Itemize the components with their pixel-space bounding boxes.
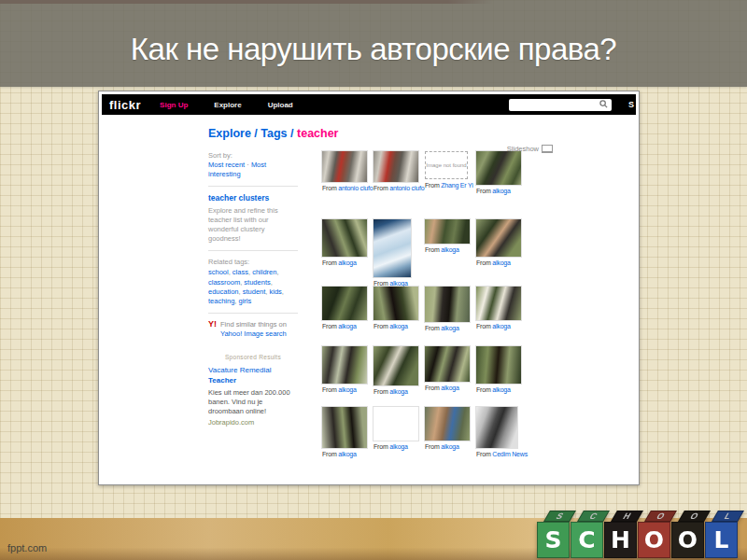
school-block: CC xyxy=(571,511,603,558)
breadcrumb-current-tag: teacher xyxy=(297,127,338,140)
photo-thumbnail[interactable] xyxy=(374,346,418,385)
photo-thumbnail-missing[interactable]: Image not found xyxy=(425,151,468,179)
photo-owner-link[interactable]: antonio ciufo xyxy=(389,185,424,191)
ad-url-link[interactable]: Jobrapido.com xyxy=(208,418,298,427)
photo-owner-link[interactable]: alkoga xyxy=(338,451,356,457)
photo-owner-link[interactable]: alkoga xyxy=(389,388,407,395)
breadcrumb-tags-link[interactable]: Tags xyxy=(261,127,287,140)
photo-grid-row: From alkogaFrom alkogaFrom alkogaFrom al… xyxy=(322,346,528,395)
photo-thumbnail[interactable] xyxy=(476,287,521,320)
photo-owner-link[interactable]: Zhang Er Yi xyxy=(441,182,472,189)
related-tag-link[interactable]: education xyxy=(208,287,239,296)
sponsored-results-box: Sponsored Results Vacature Remedial Teac… xyxy=(208,354,298,427)
school-block: SS xyxy=(537,511,570,558)
breadcrumb-separator: / xyxy=(254,127,257,140)
ad-title-link[interactable]: Vacature Remedial Teacher xyxy=(208,366,298,386)
photo-owner-link[interactable]: alkoga xyxy=(338,386,356,393)
photo-thumbnail[interactable] xyxy=(322,219,367,257)
related-tag-link[interactable]: class xyxy=(233,268,248,276)
caption-from-label: From xyxy=(476,386,492,393)
teacher-clusters-link[interactable]: teacher clusters xyxy=(208,193,298,203)
photo-thumbnail[interactable] xyxy=(322,151,367,182)
yahoo-icon: Y! xyxy=(208,320,217,329)
photo-cell: From antonio ciufo xyxy=(322,151,374,191)
photo-grid-row: From antonio ciufoFrom antonio ciufoImag… xyxy=(322,151,528,194)
photo-cell: From alkoga xyxy=(476,219,528,266)
nav-explore[interactable]: Explore xyxy=(214,101,241,109)
photo-thumbnail[interactable] xyxy=(374,151,418,182)
photo-thumbnail[interactable] xyxy=(425,407,470,441)
photo-thumbnail[interactable] xyxy=(476,346,521,384)
photo-caption: From alkoga xyxy=(476,323,528,329)
photo-thumbnail[interactable] xyxy=(374,287,418,320)
sidebar: Sort by: Most recent · Most interesting … xyxy=(208,151,298,457)
photo-cell: From alkoga xyxy=(425,407,476,450)
photo-thumbnail[interactable] xyxy=(425,287,470,322)
school-block: OO xyxy=(638,511,670,558)
caption-from-label: From xyxy=(322,386,338,393)
photo-thumbnail[interactable] xyxy=(476,151,521,185)
photo-owner-link[interactable]: alkoga xyxy=(441,246,458,253)
search-button-partial[interactable]: S xyxy=(628,100,634,109)
nav-upload[interactable]: Upload xyxy=(268,101,293,109)
ad-title-bold: Teacher xyxy=(208,376,236,385)
photo-owner-link[interactable]: alkoga xyxy=(441,443,458,450)
yahoo-image-search-link[interactable]: Yahoo! Image search xyxy=(220,329,287,338)
photo-thumbnail[interactable] xyxy=(425,219,470,244)
related-tag-link[interactable]: kids xyxy=(269,287,281,296)
related-tag-link[interactable]: student xyxy=(243,287,266,296)
photo-owner-link[interactable]: alkoga xyxy=(389,443,407,450)
photo-thumbnail[interactable] xyxy=(374,407,418,441)
related-tag-link[interactable]: teaching xyxy=(208,297,234,305)
photo-caption: From Cedim News xyxy=(476,451,528,457)
photo-owner-link[interactable]: Cedim News xyxy=(492,451,528,457)
photo-thumbnail[interactable] xyxy=(476,407,517,448)
sort-most-recent-link[interactable]: Most recent xyxy=(208,161,245,169)
photo-owner-link[interactable]: antonio ciufo xyxy=(338,185,373,191)
search-input[interactable] xyxy=(509,99,612,111)
school-block-letter: C xyxy=(571,522,603,558)
photo-owner-link[interactable]: alkoga xyxy=(441,385,458,391)
related-tag-link[interactable]: students xyxy=(244,278,270,287)
school-blocks-image: SSCCHHOOOOLL xyxy=(536,511,738,558)
photo-owner-link[interactable]: alkoga xyxy=(492,188,510,194)
school-block-letter: S xyxy=(537,522,570,558)
flickr-logo[interactable]: flickr xyxy=(109,98,141,112)
photo-thumbnail[interactable] xyxy=(322,287,367,320)
related-tag-link[interactable]: school xyxy=(208,268,229,276)
photo-owner-link[interactable]: alkoga xyxy=(492,259,510,266)
photo-owner-link[interactable]: alkoga xyxy=(338,259,356,266)
photo-thumbnail[interactable] xyxy=(476,219,521,257)
photo-owner-link[interactable]: alkoga xyxy=(389,323,407,329)
flickr-header-bar: flickr Sign Up Explore Upload S xyxy=(102,94,636,115)
photo-owner-link[interactable]: alkoga xyxy=(492,323,510,329)
related-tag-link[interactable]: classroom xyxy=(208,278,240,287)
photo-caption: From alkoga xyxy=(322,323,374,329)
related-tag-link[interactable]: girls xyxy=(239,297,252,305)
photo-owner-link[interactable]: alkoga xyxy=(492,386,510,393)
slideshow-control[interactable]: Slideshow xyxy=(507,145,553,153)
photo-owner-link[interactable]: alkoga xyxy=(389,280,407,287)
photo-thumbnail[interactable] xyxy=(322,346,367,384)
caption-from-label: From xyxy=(425,385,441,391)
photo-thumbnail[interactable] xyxy=(374,219,411,277)
breadcrumb-explore-link[interactable]: Explore xyxy=(208,127,251,140)
photo-owner-link[interactable]: alkoga xyxy=(338,323,356,329)
photo-caption: From alkoga xyxy=(425,443,476,450)
ad-body-text: Kies uit meer dan 200.000 banen. Vind nu… xyxy=(208,388,298,416)
school-block: OO xyxy=(671,511,704,558)
nav-sign-up[interactable]: Sign Up xyxy=(160,101,188,109)
photo-cell: From alkoga xyxy=(322,407,374,457)
related-tag-link[interactable]: children xyxy=(252,268,276,276)
school-block-letter: O xyxy=(671,522,704,558)
photo-owner-link[interactable]: alkoga xyxy=(441,325,458,331)
photo-cell: Image not foundFrom Zhang Er Yi xyxy=(425,151,476,189)
photo-thumbnail[interactable] xyxy=(425,346,470,382)
photo-caption: From alkoga xyxy=(374,323,425,329)
slide-title: Как не нарушить авторские права? xyxy=(0,32,747,67)
photo-caption: From alkoga xyxy=(425,246,476,253)
search-icon[interactable] xyxy=(599,100,608,108)
yahoo-promo-line1: Find similar things on xyxy=(220,320,287,329)
photo-grid-row: From alkogaFrom alkogaFrom alkogaFrom al… xyxy=(322,219,528,287)
photo-thumbnail[interactable] xyxy=(322,407,367,448)
